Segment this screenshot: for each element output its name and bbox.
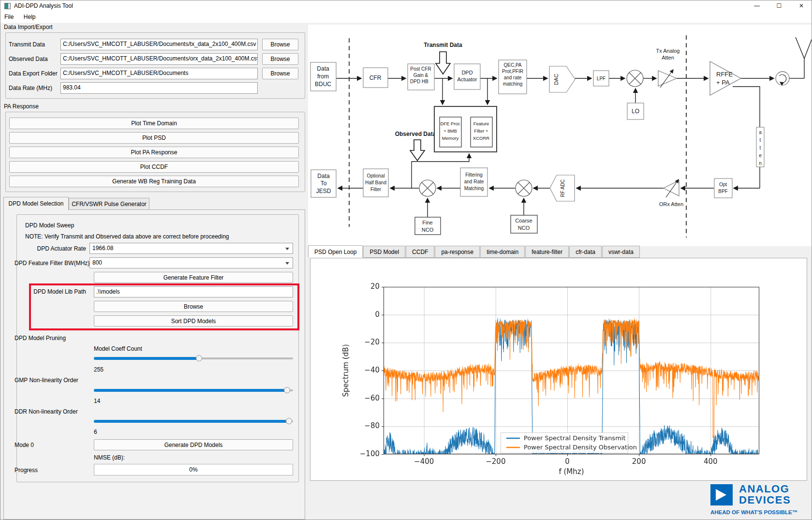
orx-atten: ORx Atten (659, 179, 683, 207)
menu-help[interactable]: Help (20, 12, 40, 22)
coeff-count-value: 255 (94, 366, 103, 373)
svg-text:JESD: JESD (316, 188, 331, 194)
plot-time-domain-button[interactable]: Plot Time Domain (9, 118, 299, 129)
window-title: ADI-DPD Analysis Tool (14, 2, 73, 9)
slider-fill (94, 357, 199, 360)
svg-text:Memory: Memory (442, 135, 459, 141)
nmse-label: NMSE (dB): (94, 454, 125, 461)
slider-handle[interactable] (286, 418, 292, 424)
block-opt-bpf: Opt BPF (714, 178, 732, 198)
transmit-data-field[interactable]: C:/Users/SVC_HMCOTT_LABUSER/Documents/tx… (60, 39, 258, 50)
feature-bw-value: 800 (92, 259, 102, 266)
chevron-down-icon (285, 248, 289, 250)
circulator-icon (776, 72, 789, 85)
svg-text:Prot,PFIR: Prot,PFIR (502, 69, 523, 74)
generate-dpd-models-button[interactable]: Generate DPD Models (94, 439, 293, 450)
plot-tab-feature-filter[interactable]: feature-filter (525, 246, 569, 258)
feature-bw-label: DPD Feature Filter BW(MHz) (15, 260, 86, 267)
plot-tab-pa-response[interactable]: pa-response (435, 246, 480, 258)
dpd-model-sweep-title: DPD Model Sweep (25, 222, 74, 229)
svg-text:To: To (321, 180, 327, 187)
data-export-folder-field[interactable]: C:/Users/SVC_HMCOTT_LABUSER/Documents (60, 68, 258, 79)
svg-text:e: e (759, 153, 762, 158)
slider-fill (94, 420, 289, 423)
lib-path-browse-button[interactable]: Browse (94, 301, 293, 312)
lib-path-label: DPD Model Lib Path (15, 288, 86, 295)
observed-data-callout: Observed Data (395, 131, 436, 161)
sort-dpd-models-button[interactable]: Sort DPD Models (94, 315, 293, 327)
section-pa-response: PA Response (4, 103, 39, 110)
antenna-icon (796, 37, 812, 78)
svg-text:Tx Analog: Tx Analog (656, 48, 680, 54)
export-browse-button[interactable]: Browse (262, 68, 298, 79)
tab-cfr-vswr-generator[interactable]: CFR/VSWR Pulse Generator (69, 198, 149, 210)
block-fine-nco: Fine NCO (415, 217, 441, 235)
observed-data-field[interactable]: C:/Users/SVC_HMCOTT_LABUSER/Documents/or… (60, 53, 258, 65)
progress-label: Progress (15, 467, 38, 474)
svg-text:Transmit Data: Transmit Data (424, 42, 462, 48)
plot-tab-psd-model[interactable]: PSD Model (363, 246, 405, 258)
svg-text:Opt: Opt (719, 182, 727, 187)
plot-psd-button[interactable]: Plot PSD (9, 132, 299, 144)
plot-ccdf-button[interactable]: Plot CCDF (9, 161, 299, 173)
svg-text:LPF: LPF (597, 76, 605, 81)
tx-mixer-icon (627, 70, 643, 87)
svg-text:n: n (759, 161, 762, 166)
transmit-browse-button[interactable]: Browse (262, 39, 298, 50)
data-rate-field[interactable]: 983.04 (60, 82, 258, 94)
svg-text:CFR: CFR (369, 74, 382, 81)
svg-text:Matching: Matching (464, 186, 484, 191)
minimize-icon[interactable]: — (746, 0, 768, 12)
block-filtering: Filtering and Rate Matching (460, 168, 487, 196)
actuator-rate-label: DPD Actuator Rate (15, 245, 86, 252)
ddr-order-slider[interactable] (94, 418, 293, 425)
menu-file[interactable]: File (0, 12, 17, 22)
svg-text:QEC,PA: QEC,PA (503, 62, 521, 68)
gmp-order-slider[interactable] (94, 387, 293, 394)
feature-bw-combobox[interactable]: 800 (89, 257, 293, 268)
svg-text:XCORR: XCORR (473, 135, 489, 141)
svg-text:Filter +: Filter + (474, 128, 488, 134)
svg-text:matching: matching (503, 81, 523, 87)
plot-tab-cfr-data[interactable]: cfr-data (569, 246, 602, 258)
dpd-model-pruning-title: DPD Model Pruning (15, 335, 66, 342)
svg-text:BDUC: BDUC (315, 81, 331, 88)
block-cfr: CFR (363, 68, 388, 88)
tab-dpd-model-selection[interactable]: DPD Model Selection (3, 197, 69, 210)
block-dfe-container: DFE Proc + 8MB Memory Feature Filter + X… (434, 106, 497, 152)
svg-text:a: a (759, 130, 762, 135)
maximize-icon[interactable]: ☐ (768, 0, 790, 12)
svg-text:DAC: DAC (553, 74, 559, 85)
plot-tab-vswr-data[interactable]: vswr-data (602, 246, 640, 258)
slider-handle[interactable] (284, 387, 290, 393)
svg-text:t: t (760, 137, 761, 143)
gmp-order-value: 14 (94, 398, 100, 404)
app-window: ADI-DPD Analysis Tool — ☐ ✕ File Help Da… (0, 0, 812, 520)
plot-tab-time-domain[interactable]: time-domain (480, 246, 525, 258)
close-icon[interactable]: ✕ (790, 0, 812, 12)
signal-chain-diagram: Transmit Data Observed Data Data from BD… (308, 25, 812, 246)
coeff-count-slider[interactable] (94, 355, 293, 362)
section-data-import-export: Data Import/Export (4, 24, 53, 30)
actuator-rate-combobox[interactable]: 1966.08 (89, 243, 293, 254)
plot-tab-ccdf[interactable]: CCDF (406, 246, 434, 258)
plot-pa-response-button[interactable]: Plot PA Response (9, 147, 299, 158)
slider-handle[interactable] (196, 355, 202, 361)
transmit-data-label: Transmit Data (9, 41, 45, 48)
plot-tab-psd-open-loop[interactable]: PSD Open Loop (308, 245, 363, 258)
data-rate-label: Data Rate (MHz) (9, 85, 52, 91)
svg-text:Atten: Atten (662, 55, 674, 60)
svg-text:Data: Data (317, 173, 330, 179)
adi-logo-icon (710, 484, 733, 505)
observed-browse-button[interactable]: Browse (262, 53, 298, 65)
svg-text:Feature: Feature (473, 121, 489, 126)
generate-wb-reg-button[interactable]: Generate WB Reg Training Data (9, 176, 299, 187)
generate-feature-filter-button[interactable]: Generate Feature Filter (94, 272, 293, 283)
tx-analog-atten: Tx Analog Atten (656, 48, 680, 88)
svg-text:Optional: Optional (367, 173, 384, 178)
progress-bar: 0% (94, 464, 293, 475)
ddr-order-label: DDR Non-linearity Order (15, 408, 78, 415)
data-export-folder-label: Data Export Folder (9, 70, 58, 77)
svg-text:Post CFR: Post CFR (410, 66, 431, 72)
lib-path-field[interactable]: .\\models (94, 286, 293, 297)
